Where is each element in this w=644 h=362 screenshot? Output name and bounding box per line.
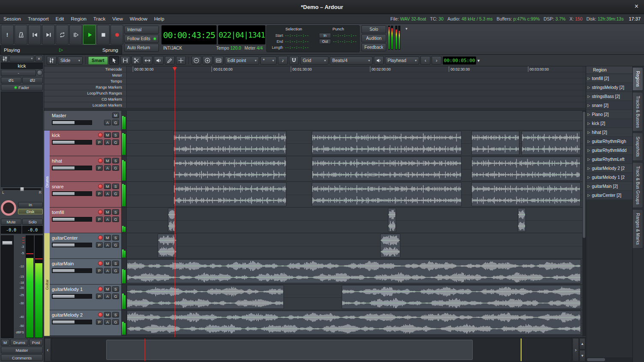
track-header[interactable]: MasterMAG: [44, 111, 121, 130]
track-canvas[interactable]: [127, 208, 582, 233]
region-list-item[interactable]: ▷tomfill [2]: [586, 74, 632, 83]
grid-unit-combo[interactable]: Beats/4▾: [330, 56, 373, 65]
guitarmain-p-button[interactable]: P: [96, 268, 103, 273]
hihat-g-button[interactable]: G: [112, 165, 119, 171]
ruler-label[interactable]: Loop/Punch Ranges: [44, 90, 127, 96]
zoom-fit-button[interactable]: [214, 56, 224, 65]
audio-region[interactable]: [312, 182, 462, 206]
group-strip-guitar[interactable]: Guitar: [44, 233, 50, 336]
snare-s-button[interactable]: S: [112, 184, 119, 189]
tomfill-p-button[interactable]: P: [96, 217, 103, 222]
zoom-out-button[interactable]: [191, 56, 201, 65]
nudge-clock[interactable]: 00:00:05:00: [443, 56, 476, 65]
summary-scroll-left-button[interactable]: ‹: [45, 338, 51, 362]
audio-region[interactable]: [312, 157, 462, 181]
track-canvas[interactable]: [127, 259, 582, 284]
region-list-item[interactable]: ▷guitarMelody 1 [2: [586, 173, 632, 182]
master-m-button[interactable]: M: [112, 113, 119, 118]
audition-tool-button[interactable]: [154, 56, 164, 65]
meter-value[interactable]: 4/4: [257, 46, 263, 50]
draw-tool-button[interactable]: [165, 56, 175, 65]
track-canvas[interactable]: [127, 182, 582, 207]
menu-item-transport[interactable]: Transport: [28, 16, 49, 21]
pan-track[interactable]: [3, 188, 41, 190]
punch-in-button[interactable]: In: [319, 33, 331, 38]
record-enable-button[interactable]: [98, 287, 103, 291]
ruler-lane[interactable]: [127, 84, 582, 90]
phase-2-button[interactable]: Ø2: [22, 77, 43, 83]
menu-item-view[interactable]: View: [112, 16, 123, 21]
hihat-a-button[interactable]: A: [104, 165, 111, 171]
track-header[interactable]: guitarMelody 2MSPAG: [44, 310, 121, 335]
guitarcenter-g-button[interactable]: G: [112, 242, 119, 248]
track-fader[interactable]: [52, 217, 92, 222]
menu-item-edit[interactable]: Edit: [56, 16, 64, 21]
guitarmelody-1-p-button[interactable]: P: [96, 294, 103, 299]
audio-region[interactable]: [342, 285, 581, 309]
guitarmain-g-button[interactable]: G: [112, 268, 119, 273]
play-selection-button[interactable]: [69, 25, 82, 45]
snap-note-button[interactable]: ♪: [278, 56, 288, 65]
track-header[interactable]: snareMSPAG: [44, 182, 121, 207]
menu-item-session[interactable]: Session: [3, 16, 21, 21]
hihat-p-button[interactable]: P: [96, 165, 103, 171]
audition-button[interactable]: Audition: [361, 34, 386, 42]
guitarcenter-m-button[interactable]: M: [104, 235, 111, 240]
range-tool-button[interactable]: [120, 56, 130, 65]
grab-tool-button[interactable]: [109, 56, 119, 65]
guitarmain-s-button[interactable]: S: [112, 261, 119, 266]
pan-handle[interactable]: [20, 187, 24, 191]
snare-m-button[interactable]: M: [104, 184, 111, 189]
audio-region[interactable]: [173, 157, 286, 181]
track-header[interactable]: guitarMelody 1MSPAG: [44, 285, 121, 310]
audio-region[interactable]: [127, 311, 581, 335]
record-enable-button[interactable]: [98, 184, 103, 189]
summary-canvas[interactable]: [51, 338, 572, 362]
side-tab-track-bus-groups[interactable]: Track & Bus Groups: [633, 162, 643, 208]
strip-tab-drums[interactable]: Drums: [10, 339, 28, 346]
kick-g-button[interactable]: G: [112, 139, 119, 145]
summary-zoom-up-button[interactable]: ▲: [579, 338, 585, 350]
meter-options-caret-icon[interactable]: ▾: [405, 27, 408, 31]
edit-tool-button[interactable]: [176, 56, 186, 65]
guitarmelody-2-s-button[interactable]: S: [112, 312, 119, 317]
nudge-left-button[interactable]: ‹: [420, 56, 430, 65]
editor-vscrollbar[interactable]: [582, 111, 586, 336]
summary-view-rect[interactable]: [106, 340, 473, 360]
gain-fader-handle[interactable]: [2, 241, 12, 245]
audio-region[interactable]: [518, 208, 526, 232]
ruler-label[interactable]: Location Markers: [44, 102, 127, 108]
track-header[interactable]: guitarMainMSPAG: [44, 259, 121, 284]
track-canvas[interactable]: [127, 111, 582, 130]
kick-m-button[interactable]: M: [104, 132, 111, 138]
internal-button[interactable]: Internal: [124, 26, 159, 34]
strip-list-button[interactable]: [1, 56, 9, 62]
region-list-item[interactable]: ▷stringsMelody [2]: [586, 83, 632, 92]
guitarmelody-1-m-button[interactable]: M: [104, 286, 111, 292]
region-list-item[interactable]: ▷Piano [2]: [586, 110, 632, 119]
regions-hscrollbar[interactable]: [586, 357, 632, 362]
tomfill-g-button[interactable]: G: [112, 217, 119, 222]
guitarmelody-1-g-button[interactable]: G: [112, 294, 119, 299]
smart-mode-toggle[interactable]: Smart: [88, 56, 108, 65]
audio-region[interactable]: [380, 234, 400, 258]
tomfill-s-button[interactable]: S: [112, 209, 119, 215]
track-header[interactable]: hihatMSPAG: [44, 156, 121, 181]
comments-button[interactable]: Comments: [1, 354, 43, 361]
edit-point-combo[interactable]: Edit point▾: [225, 56, 259, 65]
trim-knob[interactable]: [37, 70, 43, 76]
hihat-m-button[interactable]: M: [104, 158, 111, 163]
guitarmelody-2-p-button[interactable]: P: [96, 319, 103, 325]
audio-region[interactable]: [388, 208, 396, 232]
menu-item-track[interactable]: Track: [93, 16, 105, 21]
audio-region[interactable]: [173, 182, 286, 206]
master-g-button[interactable]: G: [112, 120, 119, 125]
side-tab-ranges-marks[interactable]: Ranges & Marks: [633, 209, 643, 249]
mute-button[interactable]: Mute: [1, 219, 21, 225]
summary-scroll-right-button[interactable]: ›: [572, 338, 579, 362]
track-canvas[interactable]: [127, 285, 582, 310]
record-enable-button[interactable]: [98, 133, 103, 137]
kick-a-button[interactable]: A: [104, 139, 111, 145]
group-strip-drums[interactable]: Drums: [44, 131, 50, 233]
tempo-value[interactable]: 120.0: [230, 46, 241, 50]
